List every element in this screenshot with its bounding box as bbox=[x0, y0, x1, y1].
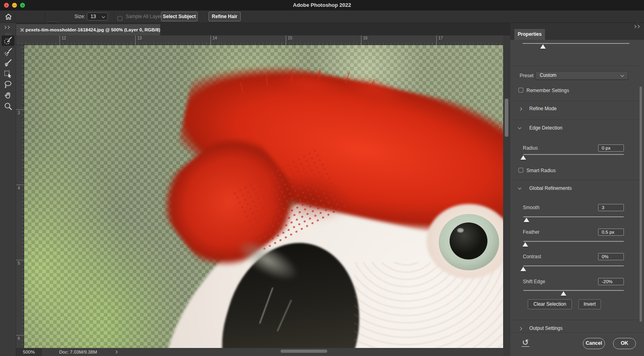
horizontal-ruler[interactable]: 12 13 14 15 16 17 bbox=[16, 35, 503, 45]
document-canvas[interactable] bbox=[24, 45, 503, 348]
hand-tool[interactable] bbox=[2, 90, 14, 101]
window-title: Adobe Photoshop 2022 bbox=[0, 2, 644, 8]
lasso-tool[interactable] bbox=[2, 79, 14, 90]
select-subject-button[interactable]: Select Subject bbox=[161, 12, 198, 21]
preset-label: Preset bbox=[520, 73, 534, 78]
chevron-down-icon bbox=[102, 15, 105, 18]
document-tab-bar: pexels-tim-mossholder-1618424.jpg @ 500%… bbox=[16, 23, 510, 35]
divider bbox=[514, 320, 641, 320]
feather-slider-thumb[interactable] bbox=[522, 242, 528, 247]
doc-size-info: Doc: 7.03M/9.38M bbox=[59, 348, 97, 356]
pupil-glint bbox=[457, 228, 464, 233]
document-tab[interactable]: pexels-tim-mossholder-1618424.jpg @ 500%… bbox=[16, 24, 160, 35]
ruler-label: 6 bbox=[16, 335, 24, 341]
ok-button[interactable]: OK bbox=[613, 338, 636, 349]
feather-label: Feather bbox=[523, 229, 539, 235]
tab-properties[interactable]: Properties bbox=[514, 29, 545, 40]
vertical-ruler[interactable]: 3 4 5 6 bbox=[16, 45, 24, 348]
status-expand-chevron-icon[interactable] bbox=[114, 350, 118, 354]
cancel-button[interactable]: Cancel bbox=[583, 338, 605, 349]
radius-slider-thumb[interactable] bbox=[520, 155, 526, 160]
radius-slider-track[interactable] bbox=[523, 154, 624, 155]
ruler-label: 13 bbox=[135, 35, 142, 45]
ruler-label: 4 bbox=[16, 185, 24, 190]
panel-body: Preset Custom Remember Settings Refine M… bbox=[510, 40, 644, 332]
feather-slider-track[interactable] bbox=[523, 241, 624, 242]
remember-settings-checkbox[interactable] bbox=[518, 88, 523, 93]
vertical-scrollbar[interactable] bbox=[505, 99, 508, 137]
separator bbox=[45, 12, 45, 21]
lasso-tool-icon bbox=[4, 80, 12, 89]
ruler-label: 5 bbox=[16, 260, 24, 265]
quick-selection-tool[interactable] bbox=[2, 35, 14, 46]
feather-input[interactable]: 0.5 px bbox=[598, 228, 624, 236]
smooth-input[interactable]: 3 bbox=[598, 204, 624, 211]
brush-tool[interactable] bbox=[2, 58, 14, 68]
hand-tool-icon bbox=[4, 91, 12, 100]
zoom-level-field[interactable]: 500% bbox=[16, 348, 42, 356]
contrast-input[interactable]: 0% bbox=[598, 253, 624, 260]
remember-settings-label: Remember Settings bbox=[526, 88, 569, 93]
contrast-slider-track[interactable] bbox=[523, 265, 624, 266]
ruler-label: 14 bbox=[211, 35, 217, 45]
contrast-slider-thumb[interactable] bbox=[520, 267, 526, 271]
divider bbox=[514, 101, 641, 101]
status-bar: 500% Doc: 7.03M/9.38M bbox=[16, 348, 510, 356]
object-selection-tool[interactable] bbox=[2, 68, 14, 79]
section-refine-mode[interactable]: Refine Mode bbox=[529, 106, 557, 111]
section-global-refinements[interactable]: Global Refinements bbox=[529, 185, 572, 191]
separator bbox=[114, 12, 114, 21]
size-input[interactable]: 13 bbox=[87, 12, 108, 21]
chevron-right-icon bbox=[519, 107, 522, 111]
radius-label: Radius bbox=[523, 145, 538, 151]
contrast-label: Contrast bbox=[523, 254, 541, 259]
ruler-label: 12 bbox=[60, 35, 66, 45]
collapse-panel-icon[interactable] bbox=[4, 26, 9, 29]
clear-selection-button[interactable]: Clear Selection bbox=[528, 299, 572, 309]
radius-input[interactable]: 0 px bbox=[598, 144, 624, 152]
smart-radius-checkbox[interactable] bbox=[518, 168, 523, 173]
shift-edge-slider-thumb[interactable] bbox=[561, 291, 566, 296]
options-bar: Size: 13 Sample All Layers Select Subjec… bbox=[0, 10, 644, 23]
ruler-label: 3 bbox=[16, 109, 24, 115]
refine-edge-brush-tool[interactable] bbox=[2, 47, 14, 57]
invert-button[interactable]: Invert bbox=[578, 299, 601, 309]
brush-tool-icon bbox=[4, 58, 12, 67]
smooth-slider-track[interactable] bbox=[523, 216, 624, 217]
collapse-panel-icon[interactable] bbox=[634, 25, 639, 28]
tool-strip bbox=[0, 23, 16, 356]
canvas-scroll-gutter bbox=[503, 35, 510, 356]
chevron-down-icon bbox=[518, 186, 521, 189]
ruler-label: 15 bbox=[286, 35, 292, 45]
reset-icon[interactable]: ↺ bbox=[522, 339, 529, 347]
transparency-slider-thumb[interactable] bbox=[540, 44, 546, 49]
shift-edge-input[interactable]: -20% bbox=[598, 278, 624, 285]
smooth-slider-thumb[interactable] bbox=[524, 218, 529, 222]
separator bbox=[14, 12, 15, 21]
chevron-right-icon bbox=[519, 327, 522, 330]
parrot-pupil bbox=[450, 222, 487, 259]
smart-radius-label: Smart Radius bbox=[526, 168, 556, 173]
transparency-slider-track[interactable] bbox=[522, 43, 630, 44]
size-label: Size: bbox=[74, 14, 85, 19]
shift-edge-slider-track[interactable] bbox=[523, 290, 624, 291]
panel-tab-strip: Properties bbox=[510, 23, 644, 40]
panel-footer: ↺ Cancel OK bbox=[510, 332, 644, 356]
section-output-settings[interactable]: Output Settings bbox=[529, 325, 563, 331]
quick-selection-tool-icon bbox=[4, 36, 12, 45]
close-tab-icon[interactable] bbox=[20, 28, 22, 32]
sample-all-layers-checkbox[interactable] bbox=[118, 16, 122, 21]
shift-edge-label: Shift Edge bbox=[523, 279, 545, 284]
section-edge-detection[interactable]: Edge Detection bbox=[529, 125, 562, 131]
horizontal-scrollbar[interactable] bbox=[281, 350, 327, 353]
refine-hair-button[interactable]: Refine Hair bbox=[208, 12, 241, 21]
divider bbox=[514, 66, 641, 66]
home-icon[interactable] bbox=[5, 14, 12, 20]
zoom-tool-icon bbox=[4, 102, 12, 111]
document-tab-title: pexels-tim-mossholder-1618424.jpg @ 500%… bbox=[25, 27, 160, 32]
panel-scrollbar[interactable] bbox=[640, 86, 642, 322]
zoom-tool[interactable] bbox=[2, 101, 14, 111]
divider bbox=[514, 180, 641, 180]
object-selection-tool-icon bbox=[4, 69, 12, 78]
preset-dropdown[interactable]: Custom bbox=[535, 71, 628, 80]
